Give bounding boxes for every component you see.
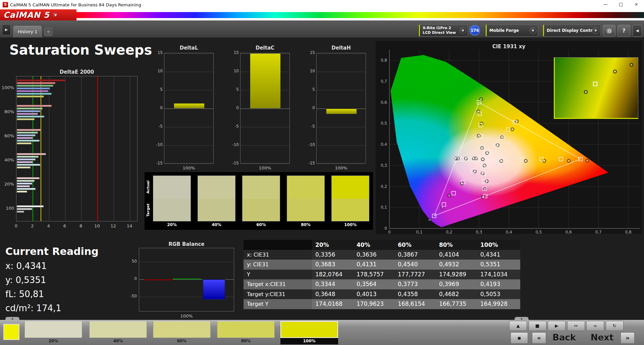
axis-tick: -50 <box>125 294 137 298</box>
add-tab-button[interactable]: + <box>44 28 52 36</box>
workflow-dropdown[interactable]: Mobile Forge ▼ <box>486 24 538 37</box>
titlebar: 5 CalMAN 5 CalMAN Ultimate for Business … <box>0 0 644 9</box>
deltae-bar <box>17 90 48 92</box>
luminance-badge[interactable]: 176 <box>470 25 480 36</box>
target-swatch <box>198 199 235 221</box>
tab-nav-arrow-button[interactable]: ▶ <box>2 24 11 35</box>
current-patch-preview[interactable] <box>3 324 19 340</box>
svg-text:0: 0 <box>388 230 391 234</box>
help-button[interactable]: ? <box>618 25 630 37</box>
patch-button-20%[interactable]: 20% <box>24 321 82 345</box>
logo-dropdown-caret[interactable]: ▼ <box>52 12 59 18</box>
svg-text:0,4: 0,4 <box>505 230 512 234</box>
axis-tick: -10 <box>227 142 239 147</box>
deltae-chart-title: DeltaE 2000 <box>16 69 138 75</box>
maximize-button[interactable]: □ <box>613 0 629 9</box>
mini-chart-title: DeltaH <box>316 45 366 51</box>
panel-handle-right[interactable]: ▲ <box>515 317 529 320</box>
minimize-button[interactable]: — <box>598 0 613 9</box>
patch-label: 100% <box>280 338 338 344</box>
axis-tick: 12 <box>109 223 117 228</box>
target-swatch <box>332 199 369 221</box>
deltae-bar <box>17 132 38 134</box>
patch-button-100%[interactable]: 100% <box>280 321 338 345</box>
pattern-button[interactable]: ↔ <box>567 321 585 331</box>
display-control-dropdown[interactable]: Direct Display Control ▼ <box>543 24 601 37</box>
svg-text:0,2: 0,2 <box>381 184 387 189</box>
play-button[interactable]: ▶ <box>548 321 566 331</box>
swatch-label: 40% <box>198 222 235 227</box>
axis-tick: 100 <box>1 206 14 211</box>
deltae-bar <box>17 134 36 136</box>
axis-tick: 0 <box>12 223 20 228</box>
axis-tick: -15 <box>151 161 163 165</box>
table-cell: 0,4540 <box>394 260 436 270</box>
table-header-cell: 100% <box>477 240 520 250</box>
bottom-bar: ▲ ▲ 20%40%60%80%100% ▲■▶↔∞↻ ◼ « Back Nex… <box>0 320 644 345</box>
actual-swatch <box>332 176 369 199</box>
gridline <box>81 76 82 221</box>
app-icon: 5 <box>3 2 8 7</box>
patch-color <box>89 321 147 338</box>
gridline <box>164 127 213 127</box>
actual-row-label: Actual <box>146 176 151 199</box>
rgb-balance-chart <box>139 248 234 312</box>
gridline <box>317 127 366 127</box>
tabbar: ▶ History 1 + X-Rite i1Pro 2 LCD Direct … <box>0 20 644 38</box>
svg-text:0,1: 0,1 <box>381 205 387 210</box>
panel-handle-left[interactable]: ▲ <box>5 317 19 320</box>
gridline <box>240 127 289 127</box>
tab-history-1[interactable]: History 1 <box>13 26 42 38</box>
chevron-down-icon[interactable]: ▼ <box>530 27 536 34</box>
workflow-name: Mobile Forge <box>489 28 519 33</box>
deltae-bar <box>17 188 36 190</box>
gridline <box>164 145 213 146</box>
axis-tick: 40% <box>1 157 14 162</box>
meter-mode: LCD Direct View <box>423 30 458 35</box>
table-cell: 0,4013 <box>353 289 394 299</box>
inset-measured-circle <box>584 90 588 94</box>
next-chevron-button[interactable]: » <box>621 332 635 344</box>
eject-button[interactable]: ▲ <box>509 321 527 331</box>
meter-dropdown[interactable]: X-Rite i1Pro 2 LCD Direct View ▼ <box>419 24 468 37</box>
mini-chart-x-label: 100% <box>164 165 214 170</box>
back-button[interactable]: Back <box>547 332 581 344</box>
chevron-down-icon[interactable]: ▼ <box>592 27 599 34</box>
deltae-bar <box>17 116 44 118</box>
measurement-table: 20%40%60%80%100%x: CIE310,33560,36360,38… <box>244 240 520 309</box>
loop-button[interactable]: ↻ <box>606 321 624 331</box>
inset-measured-circle <box>613 70 617 73</box>
close-button[interactable]: × <box>629 0 644 9</box>
reference-line <box>97 76 98 221</box>
stop-button[interactable]: ■ <box>529 321 546 331</box>
gear-icon <box>606 29 612 35</box>
svg-text:0,2: 0,2 <box>446 230 452 234</box>
deltae-bar <box>17 105 52 107</box>
continuous-button[interactable]: ∞ <box>586 321 604 331</box>
window-controls: — □ × <box>598 0 644 9</box>
table-cell: 0,4193 <box>477 279 520 289</box>
next-button[interactable]: Next <box>585 332 619 344</box>
reference-line <box>33 76 33 221</box>
calman-logo[interactable]: CalMAN 5 ▼ <box>0 9 76 20</box>
axis-tick: 60% <box>1 133 14 138</box>
gridline <box>317 164 366 164</box>
back-chevron-button[interactable]: « <box>532 332 546 344</box>
table-cell: 178,5757 <box>353 270 394 280</box>
table-cell: 0,4104 <box>436 250 477 260</box>
settings-button[interactable] <box>603 25 615 37</box>
patch-button-80%[interactable]: 80% <box>217 321 275 345</box>
patch-button-40%[interactable]: 40% <box>89 321 147 345</box>
patch-color <box>24 321 82 338</box>
chevron-down-icon[interactable]: ▼ <box>460 27 466 34</box>
axis-tick: 5 <box>227 87 239 92</box>
deltae-bar <box>17 85 53 87</box>
table-cell: 0,4682 <box>436 289 477 299</box>
inset-target-square <box>593 82 597 86</box>
axis-tick: -5 <box>304 124 315 129</box>
patch-button-60%[interactable]: 60% <box>153 321 211 345</box>
standby-button[interactable]: ◼ <box>511 332 528 344</box>
target-row-label: Target <box>146 199 151 221</box>
axis-tick: 10 <box>227 69 239 73</box>
collapse-panel-button[interactable]: ◀ <box>633 25 642 37</box>
